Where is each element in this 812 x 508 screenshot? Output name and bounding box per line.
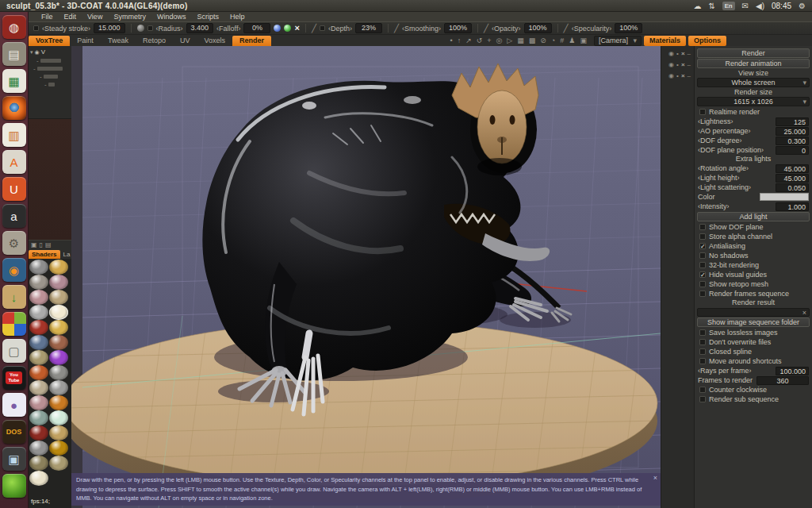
voxtree-item[interactable]: - — [30, 80, 70, 88]
visibility-eye-icon[interactable]: ◉ — [35, 49, 40, 56]
checkbox-hide-visual-guides[interactable]: ✓Hide visual guides — [696, 270, 810, 279]
launcher-icon-package-installer[interactable]: ↓ — [2, 285, 26, 309]
shader-sphere[interactable] — [49, 380, 68, 395]
depth-value[interactable]: 23% — [355, 23, 382, 33]
checkbox-32-bit-rendering[interactable]: 32-bit rendering — [696, 260, 810, 270]
shader-sphere[interactable] — [29, 260, 48, 275]
rotate-view-icon[interactable]: ↺ — [474, 36, 485, 46]
shader-sphere[interactable] — [29, 320, 48, 335]
sphere-brush-green-icon[interactable] — [284, 25, 291, 32]
tab-tweak[interactable]: Tweak — [101, 36, 136, 46]
slider-dof-degree[interactable]: ‹DOF degree›0.300 — [696, 136, 810, 145]
checkbox-box[interactable] — [699, 358, 706, 364]
shader-sphere[interactable] — [49, 335, 68, 350]
render-button[interactable]: Render — [697, 48, 810, 58]
dock-close-icon[interactable]: × — [681, 50, 685, 57]
help-close-icon[interactable]: × — [653, 475, 657, 482]
slider-rays-per-frame[interactable]: ‹Rays per frame› 100.000 — [696, 366, 810, 375]
clear-input-icon[interactable]: × — [802, 309, 806, 317]
network-arrows-icon[interactable]: ⇅ — [708, 2, 714, 10]
checkbox-box[interactable] — [699, 224, 706, 230]
zoom-icon[interactable]: ◎ — [494, 36, 505, 46]
launcher-icon-system-settings-gear[interactable]: ⚙ — [2, 231, 26, 255]
shader-sphere[interactable] — [29, 380, 48, 395]
shader-sphere[interactable] — [49, 275, 68, 290]
tab-voxtree[interactable]: VoxTree — [29, 36, 70, 46]
tab-paint[interactable]: Paint — [70, 36, 101, 46]
checkbox-no-shadows[interactable]: No shadows — [696, 251, 810, 260]
shader-sphere[interactable] — [49, 260, 68, 275]
move-up-icon[interactable]: ↑ — [455, 36, 464, 46]
volume-icon[interactable]: ◀) — [756, 2, 764, 10]
tab-voxels[interactable]: Voxels — [197, 36, 232, 46]
launcher-icon-software-center[interactable]: A — [2, 150, 26, 174]
shader-sphere[interactable] — [49, 365, 68, 380]
launcher-icon-dosbox[interactable]: DOS — [2, 420, 26, 444]
checkbox-box[interactable] — [699, 291, 706, 297]
camera-dropdown[interactable]: [Camera] ▾ — [594, 36, 642, 46]
checkbox-render-frames-sequence[interactable]: Render frames sequence — [696, 289, 810, 298]
dock-collapse-icon[interactable]: ‒ — [688, 50, 691, 57]
play-icon[interactable]: ▷ — [504, 36, 515, 46]
render-animation-button[interactable]: Render animation — [697, 59, 810, 68]
dock-panel-controls[interactable]: ◉•×‒ — [661, 48, 694, 59]
shader-sphere[interactable] — [29, 350, 48, 365]
checkbox-box[interactable] — [699, 262, 706, 268]
grid-snap-icon[interactable]: # — [557, 36, 566, 46]
dock-icon[interactable]: ◉ — [668, 61, 674, 68]
menu-help[interactable]: Help — [224, 12, 251, 21]
dock-collapse-icon[interactable]: ‒ — [688, 61, 691, 68]
slider-lightness[interactable]: ‹Lightness›125 — [696, 117, 810, 126]
menu-file[interactable]: File — [36, 12, 59, 21]
smoothing-pen-icon[interactable]: ╱ — [394, 25, 399, 33]
radius-value[interactable]: 3.400 — [186, 23, 214, 33]
opacity-pen-icon[interactable]: ╱ — [484, 25, 488, 33]
checkbox-antialiasing[interactable]: ✓Antialiasing — [696, 241, 810, 251]
shader-sphere[interactable] — [29, 335, 48, 350]
copy-layer-icon[interactable]: ▣ — [31, 241, 37, 248]
materials-button[interactable]: Materials — [644, 36, 686, 46]
dock-close-icon[interactable]: × — [681, 72, 685, 79]
opacity-label[interactable]: ‹Opacity› — [492, 25, 521, 33]
shader-sphere[interactable] — [29, 365, 48, 380]
voxtree-root-item[interactable]: ▾ ◉ V — [30, 48, 70, 56]
trash-icon[interactable]: ▯ — [40, 241, 43, 248]
disable-icon[interactable]: ⊘ — [538, 36, 549, 46]
depth-label[interactable]: ‹Depth› — [328, 25, 352, 33]
steady-stroke-label[interactable]: ‹Steady stroke› — [42, 25, 90, 33]
launcher-icon-libreoffice-calc[interactable]: ▦ — [2, 69, 26, 93]
slider-value[interactable]: 0 — [776, 146, 809, 155]
globe-icon[interactable]: ◔ — [549, 36, 557, 46]
tab-shaders[interactable]: Shaders — [29, 250, 60, 259]
dock-pin-icon[interactable]: • — [676, 61, 679, 68]
checkbox-box[interactable] — [699, 396, 706, 402]
radius-checkbox[interactable] — [147, 25, 153, 31]
tab-uv[interactable]: UV — [173, 36, 197, 46]
light-color-swatch[interactable] — [760, 193, 809, 201]
frames-to-render-input[interactable]: 360 — [756, 376, 809, 385]
launcher-icon-game-tiles[interactable] — [2, 312, 26, 336]
slider-ao-percentage[interactable]: ‹AO percentage›25.000 — [696, 126, 810, 136]
shader-sphere[interactable] — [49, 350, 68, 365]
specularity-value[interactable]: 100% — [615, 23, 642, 33]
shader-sphere[interactable] — [29, 275, 48, 290]
checkbox-render-sub-sequence[interactable]: Render sub sequence — [696, 394, 810, 404]
shader-sphere[interactable] — [29, 471, 48, 486]
view-size-dropdown[interactable]: Whole screen ▾ — [697, 78, 810, 87]
camera-path-b-icon[interactable]: ▩ — [527, 36, 538, 46]
add-light-button[interactable]: Add light — [697, 212, 810, 221]
show-image-sequence-folder-button[interactable]: Show image sequence folder — [697, 318, 810, 327]
menu-view[interactable]: View — [82, 12, 108, 21]
slider-value[interactable]: 45.000 — [776, 174, 809, 183]
slider-value[interactable]: 45.000 — [776, 164, 809, 173]
dock-pin-icon[interactable]: • — [676, 72, 679, 79]
dock-icon[interactable]: ◉ — [668, 50, 674, 57]
tab-render[interactable]: Render — [232, 36, 271, 46]
dock-pin-icon[interactable]: • — [676, 50, 679, 57]
slider-value[interactable]: 0.300 — [776, 137, 809, 145]
checkbox-box[interactable]: ✓ — [699, 243, 706, 249]
checkbox-save-lossless-images[interactable]: Save lossless images — [696, 328, 810, 337]
duplicate-icon[interactable]: ▤ — [45, 241, 52, 248]
checkbox-don-t-overwrite-files[interactable]: Don't overwrite files — [696, 337, 810, 347]
dock-panel-controls[interactable]: ◉•×‒ — [661, 59, 694, 70]
